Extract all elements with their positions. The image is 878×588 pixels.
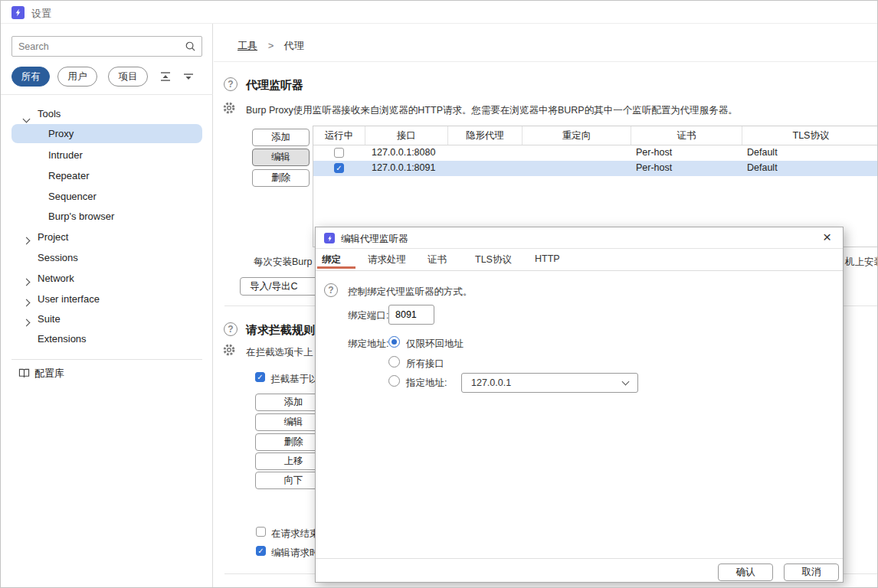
sidebar: 所有 用户 项目 Tools Proxy Intruder Repeater S… [1, 24, 213, 588]
col-header-redirect[interactable]: 重定向 [523, 126, 631, 145]
running-checkbox[interactable] [334, 148, 344, 158]
search-input-wrap [11, 36, 202, 57]
sidebar-group-network[interactable]: Network [38, 273, 74, 284]
burp-logo-icon [11, 6, 25, 19]
gear-icon[interactable] [222, 101, 236, 117]
sidebar-group-user-interface[interactable]: User interface [38, 293, 100, 305]
tab-certificate[interactable]: 证书 [428, 253, 447, 266]
certificate-cell: Per-host [636, 147, 672, 158]
interception-description: 在拦截选项卡上 [246, 346, 313, 359]
library-icon [18, 368, 30, 381]
all-interfaces-radio-label: 所有接口 [406, 358, 444, 371]
collapse-all-icon[interactable] [182, 70, 198, 85]
close-icon[interactable]: × [823, 230, 831, 244]
ca-cert-text-right: 机上安装的 [845, 256, 878, 269]
col-header-running[interactable]: 运行中 [313, 126, 365, 145]
breadcrumb: 工具 > 代理 [238, 39, 304, 53]
listener-edit-button[interactable]: 编辑 [252, 149, 310, 166]
sidebar-group-project[interactable]: Project [38, 231, 68, 243]
filter-all-pill[interactable]: 所有 [11, 67, 50, 87]
chevron-right-icon[interactable] [24, 276, 29, 287]
loopback-radio[interactable] [388, 336, 400, 348]
sidebar-item-intruder[interactable]: Intruder [48, 149, 83, 161]
confirm-button[interactable]: 确认 [718, 564, 773, 581]
col-header-interface[interactable]: 接口 [365, 126, 448, 145]
bind-port-label: 绑定端口: [348, 309, 388, 322]
window-title: 设置 [31, 7, 51, 21]
tab-binding[interactable]: 绑定 [322, 253, 341, 266]
edit-listener-dialog: 编辑代理监听器 × 绑定 请求处理 证书 TLS协议 HTTP ? 控制绑定代理… [315, 227, 844, 583]
chevron-right-icon[interactable] [24, 235, 29, 246]
search-input[interactable] [18, 37, 179, 56]
title-bar [1, 1, 877, 24]
col-header-invisible[interactable]: 隐形代理 [448, 126, 523, 145]
help-icon[interactable]: ? [224, 322, 238, 336]
sidebar-item-proxy-label: Proxy [48, 128, 74, 139]
settings-window: 设置 所有 用户 项目 Tools Proxy Intruder Repeate… [0, 0, 878, 588]
sidebar-group-tools[interactable]: Tools [38, 108, 61, 119]
dialog-title: 编辑代理监听器 [341, 233, 408, 246]
config-library-label: 配置库 [34, 367, 64, 381]
chevron-right-icon[interactable] [24, 317, 29, 328]
auto-forward-checkbox[interactable] [256, 527, 266, 537]
interface-cell: 127.0.0.1:8080 [372, 147, 435, 158]
search-icon [185, 41, 196, 54]
interception-section-title: 请求拦截规则 [246, 323, 315, 338]
specific-address-value: 127.0.0.1 [462, 377, 511, 388]
burp-logo-icon [324, 233, 335, 243]
chevron-down-icon [622, 378, 630, 386]
specific-address-radio-label: 指定地址: [406, 377, 447, 390]
tls-cell: Default [747, 162, 778, 173]
chevron-down-icon[interactable] [24, 113, 29, 124]
help-icon[interactable]: ? [224, 77, 238, 91]
help-icon[interactable]: ? [324, 283, 338, 297]
tab-request-handling[interactable]: 请求处理 [368, 253, 406, 266]
sidebar-item-sequencer[interactable]: Sequencer [48, 191, 97, 202]
chevron-right-icon[interactable] [24, 297, 29, 308]
table-row-selected[interactable]: ✓ 127.0.0.1:8091 Per-host Default [313, 161, 878, 176]
listener-delete-button[interactable]: 删除 [252, 169, 310, 187]
sidebar-item-config-library[interactable]: 配置库 [1, 365, 213, 384]
loopback-radio-label: 仅限环回地址 [406, 338, 464, 351]
intercept-master-checkbox[interactable]: ✓ [255, 372, 265, 382]
intercept-master-label: 拦截基于以 [270, 373, 319, 386]
listeners-section-title: 代理监听器 [246, 78, 303, 93]
ca-cert-text-left: 每次安装Burp [254, 256, 312, 269]
col-header-tls[interactable]: TLS协议 [742, 126, 878, 145]
dialog-description: 控制绑定代理监听器的方式。 [348, 286, 473, 299]
sidebar-item-extensions[interactable]: Extensions [38, 333, 87, 345]
specific-address-select[interactable]: 127.0.0.1 [461, 373, 638, 393]
active-tab-underline [317, 266, 355, 269]
sidebar-item-sessions[interactable]: Sessions [38, 252, 78, 263]
interface-cell: 127.0.0.1:8091 [372, 162, 435, 173]
filter-user-pill[interactable]: 用户 [57, 67, 97, 87]
running-checkbox[interactable]: ✓ [334, 163, 344, 173]
tab-tls[interactable]: TLS协议 [475, 253, 512, 266]
certificate-cell: Per-host [636, 162, 672, 173]
listeners-description: Burp Proxy使用监听器接收来自浏览器的HTTP请求。您需要在浏览器中将B… [246, 104, 738, 117]
sidebar-group-suite[interactable]: Suite [38, 313, 61, 325]
specific-address-radio[interactable] [388, 375, 400, 387]
gear-icon[interactable] [222, 343, 236, 359]
all-interfaces-radio[interactable] [388, 356, 400, 368]
sidebar-item-burps-browser[interactable]: Burp's browser [48, 211, 114, 222]
col-header-certificate[interactable]: 证书 [631, 126, 742, 145]
sidebar-item-repeater[interactable]: Repeater [48, 170, 89, 181]
bind-port-input[interactable] [388, 305, 434, 325]
edit-request-label: 编辑请求时 [271, 547, 319, 560]
table-row[interactable]: 127.0.0.1:8080 Per-host Default [313, 145, 878, 161]
breadcrumb-separator: > [268, 40, 274, 51]
bind-address-label: 绑定地址: [348, 338, 388, 351]
breadcrumb-current: 代理 [284, 40, 304, 51]
auto-forward-label: 在请求结束 [271, 528, 319, 541]
breadcrumb-tools-link[interactable]: 工具 [238, 40, 257, 51]
listener-add-button[interactable]: 添加 [252, 129, 310, 146]
filter-project-pill[interactable]: 项目 [108, 67, 148, 87]
edit-request-checkbox[interactable]: ✓ [256, 546, 266, 556]
sidebar-item-proxy[interactable] [11, 124, 202, 143]
expand-all-icon[interactable] [159, 70, 175, 85]
cancel-button[interactable]: 取消 [784, 564, 839, 581]
tab-http[interactable]: HTTP [535, 253, 560, 264]
tls-cell: Default [747, 147, 778, 158]
